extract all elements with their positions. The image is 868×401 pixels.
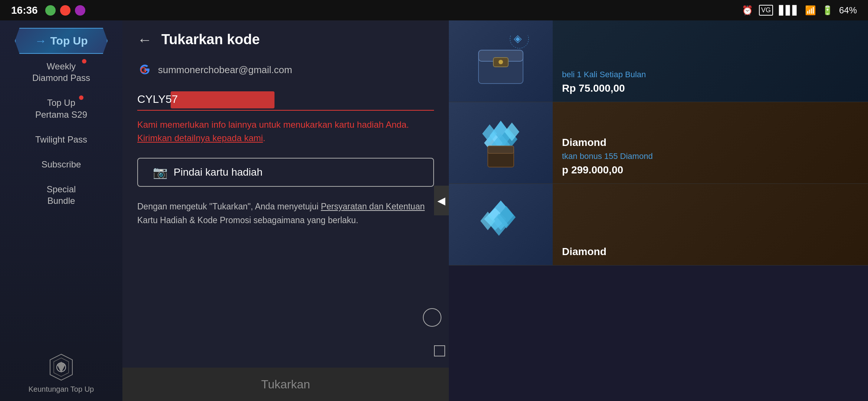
- back-button[interactable]: ←: [137, 32, 152, 47]
- terms-prefix: Dengan mengetuk "Tukarkan", Anda menyetu…: [137, 202, 319, 211]
- sidebar-item-label: WeeklyDiamond Pass: [32, 61, 90, 83]
- clock-icon: ⏰: [742, 5, 753, 16]
- arrow-icon: →: [34, 34, 46, 48]
- item-name-2: Diamond: [562, 137, 859, 149]
- redeem-button-container: Tukarkan: [122, 368, 449, 401]
- notification-icon-1: [45, 5, 56, 16]
- sidebar-item-special-bundle[interactable]: SpecialBundle: [43, 177, 80, 213]
- page-title: Tukarkan kode: [161, 32, 260, 48]
- sidebar-item-weekly-diamond[interactable]: WeeklyDiamond Pass: [29, 54, 94, 90]
- error-message: Kami memerlukan info lainnya untuk menuk…: [137, 118, 434, 145]
- sidebar-item-label: Twilight Pass: [35, 134, 87, 144]
- account-row: G summonerchobear@gmail.com: [137, 62, 434, 77]
- main-content: ← Tukarkan kode G summonerchobear@gmail.…: [122, 20, 449, 368]
- right-panel-item-3[interactable]: Diamond: [449, 184, 868, 265]
- notification-icon-2: [60, 5, 70, 16]
- notification-dot: [82, 59, 86, 63]
- sidebar: → Top Up WeeklyDiamond Pass Top UpPertam…: [0, 20, 122, 401]
- signal-icon: ▋▋▋: [779, 5, 799, 16]
- item-image-1: ◈: [449, 20, 553, 102]
- svg-rect-15: [488, 146, 514, 153]
- top-up-label: Top Up: [50, 35, 88, 47]
- item-content-3: Diamond: [553, 184, 868, 265]
- sidebar-item-topup-pertama[interactable]: Top UpPertama S29: [32, 90, 91, 127]
- item-price-2: p 299.000,00: [562, 164, 859, 176]
- item-content-1: beli 1 Kali Setiap Bulan Rp 75.000,00: [553, 20, 868, 102]
- item-label-2: tkan bonus 155 Diamond: [562, 151, 859, 161]
- item-label-1: beli 1 Kali Setiap Bulan: [562, 70, 859, 79]
- camera-icon: 📷: [153, 165, 168, 179]
- terms-text: Dengan mengetuk "Tukarkan", Anda menyetu…: [137, 200, 434, 227]
- error-text: Kami memerlukan info lainnya untuk menuk…: [137, 120, 409, 130]
- right-panel-item-1[interactable]: ◈ beli 1 Kali Setiap Bulan Rp 75.000,00: [449, 20, 868, 102]
- svg-point-5: [499, 60, 503, 64]
- code-input-container: [137, 88, 434, 111]
- nav-arrow-right[interactable]: ◀: [434, 186, 449, 215]
- diamond-pile-2: [467, 113, 534, 173]
- sidebar-item-subscribe[interactable]: Subscribe: [38, 152, 85, 177]
- scan-button-label: Pindai kartu hadiah: [174, 166, 263, 178]
- battery-icon: 🔋: [822, 5, 833, 16]
- emblem-icon: [46, 352, 76, 382]
- circle-button[interactable]: [423, 308, 441, 327]
- item-image-2: [449, 102, 553, 183]
- notification-icon-3: [75, 5, 85, 16]
- item-name-3: Diamond: [562, 246, 859, 258]
- square-button[interactable]: [434, 345, 445, 356]
- item-content-2: Diamond tkan bonus 155 Diamond p 299.000…: [553, 102, 868, 183]
- scan-button[interactable]: 📷 Pindai kartu hadiah: [137, 158, 434, 187]
- volte-icon: VG: [759, 5, 773, 16]
- wifi-icon: 📶: [805, 5, 816, 16]
- right-panel: ◈ beli 1 Kali Setiap Bulan Rp 75.000,00: [449, 20, 868, 401]
- status-time: 16:36: [11, 4, 38, 16]
- status-bar: 16:36 ⏰ VG ▋▋▋ 📶 🔋 64%: [0, 0, 868, 20]
- redeem-button[interactable]: Tukarkan: [261, 378, 310, 391]
- status-icons: [45, 5, 85, 16]
- top-up-button[interactable]: → Top Up: [15, 28, 108, 54]
- svg-text:◈: ◈: [514, 35, 522, 44]
- status-right-icons: ⏰ VG ▋▋▋ 📶 🔋 64%: [742, 0, 857, 20]
- sidebar-bottom: Keuntungan Top Up: [29, 352, 94, 394]
- svg-text:G: G: [140, 65, 147, 75]
- sidebar-item-label: Top UpPertama S29: [35, 98, 87, 119]
- notification-dot: [79, 95, 83, 100]
- item-image-3: [449, 184, 553, 265]
- sidebar-item-label: Subscribe: [42, 159, 81, 169]
- google-icon: G: [137, 62, 152, 77]
- terms-link[interactable]: Persyaratan dan Ketentuan: [321, 202, 425, 211]
- terms-suffix: Kartu Hadiah & Kode Promosi sebagaimana …: [137, 215, 358, 225]
- account-email: summonerchobear@gmail.com: [158, 64, 292, 76]
- code-input[interactable]: [137, 88, 434, 111]
- sidebar-item-twilight[interactable]: Twilight Pass: [32, 127, 91, 152]
- right-panel-item-2[interactable]: Diamond tkan bonus 155 Diamond p 299.000…: [449, 102, 868, 184]
- error-link[interactable]: Kirimkan detailnya kepada kami: [137, 133, 263, 143]
- item-price-1: Rp 75.000,00: [562, 82, 859, 94]
- sidebar-bottom-label: Keuntungan Top Up: [29, 385, 94, 394]
- page-header: ← Tukarkan kode: [137, 32, 434, 48]
- sidebar-item-label: SpecialBundle: [47, 184, 76, 206]
- battery-level: 64%: [839, 5, 857, 16]
